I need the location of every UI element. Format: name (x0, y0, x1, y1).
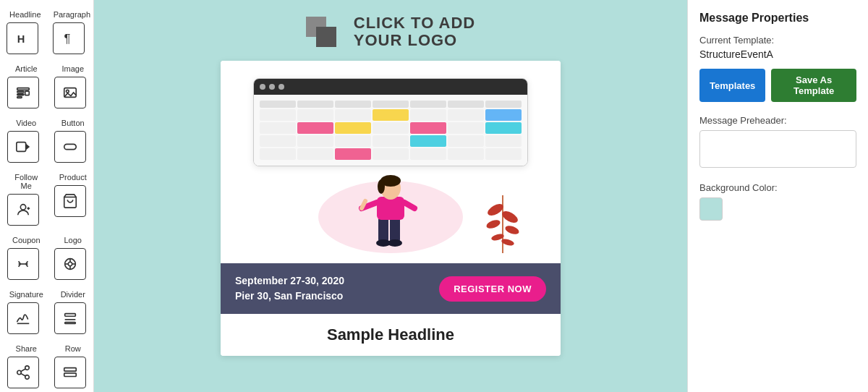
message-preheader-label: Message Preheader: (699, 115, 856, 126)
sidebar-item-button[interactable]: Button (47, 114, 94, 169)
sidebar-item-video[interactable]: Video (0, 114, 47, 169)
sample-headline: Sample Headline (235, 325, 546, 344)
cal-cell-w4d1 (260, 148, 296, 160)
svg-text:¶: ¶ (64, 32, 71, 45)
calendar-section (221, 61, 561, 263)
cal-cell-w2d6 (448, 122, 484, 134)
cal-header-sat (485, 101, 522, 108)
event-text: September 27-30, 2020 Pier 30, San Franc… (235, 273, 344, 304)
sidebar-item-paragraph[interactable]: Paragraph ¶ (45, 6, 93, 60)
svg-rect-42 (390, 217, 400, 242)
sidebar-item-signature[interactable]: Signature (0, 286, 47, 340)
follow-me-icon (7, 194, 39, 226)
cal-cell-w4d3 (335, 148, 371, 160)
svg-rect-6 (25, 91, 30, 95)
coupon-label: Coupon (3, 236, 44, 244)
cal-header-wed (373, 101, 409, 108)
sidebar-item-product[interactable]: Product (47, 169, 94, 231)
svg-point-12 (21, 205, 26, 210)
sidebar-item-share[interactable]: Share (0, 340, 47, 392)
svg-point-8 (66, 90, 69, 93)
calendar-titlebar (254, 79, 527, 95)
cal-cell-w3d5 (410, 135, 446, 147)
button-icon (54, 131, 86, 163)
video-label: Video (3, 119, 44, 127)
event-date: September 27-30, 2020 (235, 273, 344, 289)
svg-rect-11 (64, 144, 77, 149)
cal-cell-w2d5 (410, 122, 446, 134)
sidebar: Headline H Paragraph ¶ Article (0, 0, 94, 392)
cal-dot-1 (260, 84, 265, 90)
plant-svg (485, 181, 521, 253)
save-as-template-button[interactable]: Save As Template (771, 69, 856, 102)
cal-cell-w1d6 (448, 109, 484, 121)
svg-rect-3 (17, 91, 24, 93)
cal-cell-w3d2 (297, 135, 333, 147)
panel-buttons: Templates Save As Template (699, 69, 856, 102)
svg-rect-30 (64, 323, 75, 324)
logo-placeholder (306, 17, 344, 47)
follow-me-label: Follow Me (3, 173, 44, 190)
svg-rect-41 (378, 217, 388, 242)
register-now-button[interactable]: REGISTER NOW (439, 276, 546, 302)
current-template-value: StructureEventA (699, 48, 856, 60)
svg-rect-9 (17, 142, 26, 152)
row-label: Row (50, 344, 91, 353)
cal-cell-w1d5 (410, 109, 446, 121)
article-label: Article (3, 64, 44, 73)
cal-cell-w1d3 (335, 109, 371, 121)
message-preheader-input[interactable] (699, 130, 856, 168)
svg-point-55 (485, 218, 501, 230)
sidebar-item-divider[interactable]: Divider (47, 286, 94, 340)
cal-cell-w1d7 (485, 109, 522, 121)
cal-cell-w1d4 (373, 109, 409, 121)
svg-point-32 (17, 370, 22, 375)
calendar-illustration (253, 78, 528, 253)
logo-text-line1: CLICK TO ADD (354, 14, 475, 32)
background-color-swatch[interactable] (699, 197, 723, 221)
headline-label: Headline (3, 10, 42, 19)
cal-cell-w4d2 (297, 148, 333, 160)
svg-point-51 (388, 239, 402, 247)
divider-label: Divider (50, 290, 91, 299)
sidebar-item-logo[interactable]: Logo (47, 231, 94, 286)
email-card: September 27-30, 2020 Pier 30, San Franc… (221, 61, 561, 356)
sidebar-item-image[interactable]: Image (47, 60, 94, 114)
canvas-area: CLICK TO ADD YOUR LOGO (94, 0, 687, 392)
logo-area[interactable]: CLICK TO ADD YOUR LOGO (306, 14, 475, 49)
svg-marker-10 (26, 143, 30, 150)
cal-cell-w4d7 (485, 148, 522, 160)
sidebar-item-article[interactable]: Article (0, 60, 47, 114)
sidebar-item-follow-me[interactable]: Follow Me (0, 169, 47, 231)
cal-header-tue (335, 101, 371, 108)
cal-dot-3 (278, 84, 284, 90)
svg-line-34 (21, 373, 25, 376)
logo-text-line2: YOUR LOGO (354, 32, 475, 49)
paragraph-label: Paragraph (48, 10, 90, 19)
svg-rect-2 (17, 88, 30, 90)
cal-cell-w1d1 (260, 109, 296, 121)
cal-cell-w1d2 (297, 109, 333, 121)
signature-label: Signature (3, 290, 44, 299)
event-location: Pier 30, San Francisco (235, 289, 344, 304)
article-icon (7, 77, 39, 108)
headline-section: Sample Headline (221, 314, 561, 356)
cal-cell-w2d4 (373, 122, 409, 134)
svg-point-33 (25, 375, 30, 380)
cal-cell-w4d5 (410, 148, 446, 160)
paragraph-icon: ¶ (53, 22, 85, 54)
sidebar-item-coupon[interactable]: Coupon (0, 231, 47, 286)
templates-button[interactable]: Templates (699, 69, 765, 102)
svg-text:H: H (17, 33, 25, 45)
svg-point-56 (504, 224, 520, 236)
sidebar-item-row[interactable]: Row (47, 340, 94, 392)
signature-icon (7, 302, 39, 334)
logo-text: CLICK TO ADD YOUR LOGO (354, 14, 475, 49)
headline-icon: H (7, 22, 38, 54)
cal-cell-w2d2 (297, 122, 333, 134)
share-icon (7, 357, 39, 388)
cal-header-thu (410, 101, 446, 108)
svg-rect-5 (17, 97, 22, 98)
image-label: Image (50, 64, 91, 73)
sidebar-item-headline[interactable]: Headline H (0, 6, 45, 60)
